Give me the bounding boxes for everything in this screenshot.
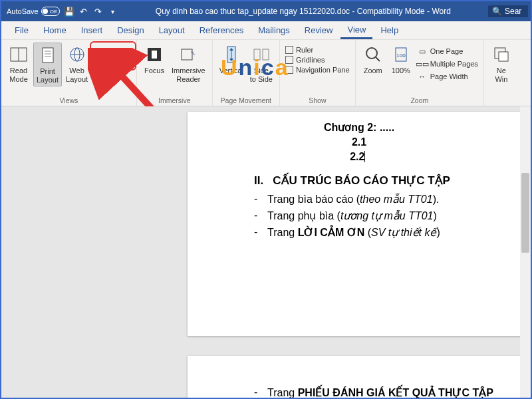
zoom-100-button[interactable]: 100 100% (388, 43, 414, 76)
qat-dropdown-icon[interactable]: ▾ (108, 6, 118, 17)
heading-roman-2: II. CẤU TRÚC BÁO CÁO THỰC TẬP (254, 174, 504, 188)
read-mode-button[interactable]: Read Mode (5, 43, 32, 85)
outline-icon (94, 46, 105, 57)
new-window-icon (491, 44, 512, 65)
svg-rect-2 (43, 48, 53, 63)
zoom-icon (362, 44, 384, 65)
document-area: Chương 2: ..... 2.1 2.2 II. CẤU TRÚC BÁO… (1, 106, 531, 398)
scrollbar-thumb[interactable] (521, 173, 529, 253)
zoom-100-icon: 100 (390, 44, 412, 65)
undo-icon[interactable]: ↶ (78, 6, 89, 17)
text-cursor (364, 151, 368, 162)
side-to-side-button[interactable]: Side to Side (247, 43, 275, 85)
menu-design[interactable]: Design (110, 23, 150, 38)
bullet-p2-1: Trang PHIẾU ĐÁNH GIÁ KẾT QUẢ THỰC TẬP (t… (267, 386, 504, 398)
heading-chapter: Chương 2: ..... (214, 121, 504, 134)
save-icon[interactable]: 💾 (64, 6, 74, 17)
checkbox-icon (285, 66, 293, 74)
menu-bar: File Home Insert Design Layout Reference… (1, 21, 531, 40)
page-container[interactable]: Chương 2: ..... 2.1 2.2 II. CẤU TRÚC BÁO… (188, 106, 531, 398)
page-gutter (1, 106, 188, 398)
svg-rect-29 (499, 52, 508, 61)
autosave-label: AutoSave (7, 7, 39, 15)
web-layout-button[interactable]: Web Layout (63, 43, 90, 85)
ruler-checkbox[interactable]: Ruler (284, 45, 351, 55)
menu-help[interactable]: Help (374, 23, 405, 38)
multiple-pages-button[interactable]: ▭▭Multiple Pages (416, 58, 479, 70)
bullet-1: Trang bìa báo cáo (theo mẫu TT01). (267, 193, 504, 205)
checkbox-icon (285, 46, 293, 54)
vertical-button[interactable]: Vertical (217, 43, 246, 76)
side-to-side-icon (251, 44, 272, 65)
menu-file[interactable]: File (8, 23, 35, 38)
svg-point-24 (366, 48, 377, 59)
zoom-button[interactable]: Zoom (360, 43, 386, 76)
heading-2-2: 2.2 (214, 151, 504, 163)
draft-icon (94, 59, 105, 69)
search-placeholder: Sear (505, 7, 521, 16)
navigation-pane-checkbox[interactable]: Navigation Pane (284, 65, 351, 74)
autosave-toggle[interactable]: AutoSave Off (7, 7, 60, 16)
svg-line-25 (376, 57, 380, 61)
search-icon: 🔍 (492, 7, 502, 16)
ribbon-group-window: Ne Win (484, 40, 519, 106)
menu-home[interactable]: Home (37, 23, 73, 38)
menu-insert[interactable]: Insert (74, 23, 110, 38)
ribbon-group-views: Read Mode Print Layout Web Layout Outlin… (1, 40, 137, 106)
immersive-reader-button[interactable]: Immersive Reader (169, 43, 208, 85)
svg-rect-22 (254, 49, 260, 60)
document-title: Quy dinh bao cao thuc tap_update ngay 15… (118, 7, 488, 16)
page-width-button[interactable]: ↔Page Width (416, 70, 479, 82)
vertical-scrollbar[interactable] (520, 106, 531, 398)
bullet-3: Trang LỜI CẢM ƠN (SV tự thiết kế) (267, 226, 504, 239)
one-page-button[interactable]: ▭One Page (416, 45, 479, 57)
web-layout-icon (66, 44, 88, 65)
menu-review[interactable]: Review (298, 23, 340, 38)
svg-text:100: 100 (396, 53, 406, 59)
read-mode-icon (8, 44, 29, 65)
gridlines-checkbox[interactable]: Gridlines (284, 55, 351, 65)
svg-rect-23 (263, 49, 269, 60)
menu-layout[interactable]: Layout (152, 23, 192, 38)
new-window-button[interactable]: Ne Win (488, 43, 515, 85)
immersive-reader-icon (178, 44, 199, 65)
menu-references[interactable]: References (193, 23, 250, 38)
page-2[interactable]: Trang PHIẾU ĐÁNH GIÁ KẾT QUẢ THỰC TẬP (t… (188, 356, 531, 398)
svg-rect-16 (152, 51, 157, 59)
ribbon-group-page-movement: Vertical Side to Side Page Movement (213, 40, 280, 106)
ribbon-group-zoom: Zoom 100 100% ▭One Page ▭▭Multiple Pages… (356, 40, 484, 106)
redo-icon[interactable]: ↷ (93, 6, 104, 17)
ribbon: Read Mode Print Layout Web Layout Outlin… (1, 40, 531, 106)
print-layout-icon (37, 45, 59, 66)
print-layout-button[interactable]: Print Layout (33, 43, 62, 86)
page-1[interactable]: Chương 2: ..... 2.1 2.2 II. CẤU TRÚC BÁO… (188, 112, 531, 336)
menu-view[interactable]: View (340, 22, 372, 39)
bullet-2: Trang phụ bìa (tương tự mẫu TT01) (267, 209, 504, 222)
heading-2-1: 2.1 (214, 136, 504, 148)
one-page-icon: ▭ (417, 46, 428, 57)
page-width-icon: ↔ (417, 71, 428, 82)
multiple-pages-icon: ▭▭ (417, 59, 428, 69)
vertical-icon (221, 44, 242, 65)
focus-button[interactable]: Focus (141, 43, 168, 76)
search-box[interactable]: 🔍 Sear (488, 5, 528, 17)
draft-button[interactable]: Draft (93, 58, 132, 70)
menu-mailings[interactable]: Mailings (251, 23, 297, 38)
focus-icon (144, 44, 165, 65)
title-bar: AutoSave Off 💾 ↶ ↷ ▾ Quy dinh bao cao th… (1, 1, 531, 21)
outline-button[interactable]: Outline (93, 45, 132, 57)
checkbox-icon (285, 56, 293, 64)
ribbon-group-show: Ruler Gridlines Navigation Pane Show (280, 40, 356, 106)
svg-rect-17 (182, 49, 192, 60)
ribbon-group-immersive: Focus Immersive Reader Immersive (137, 40, 213, 106)
